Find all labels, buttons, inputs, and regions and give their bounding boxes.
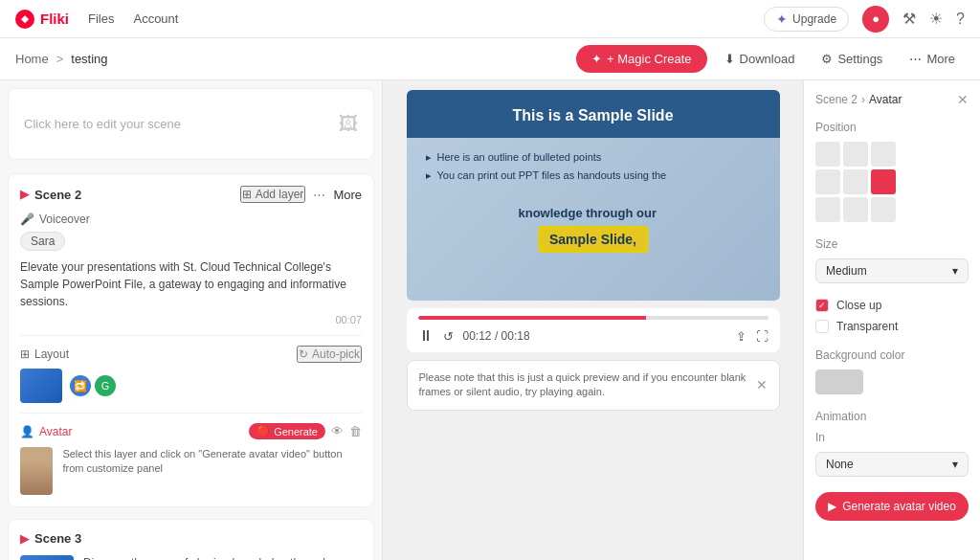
generate-avatar-small-button[interactable]: 🔴 Generate [249,423,325,439]
right-breadcrumb-avatar: Avatar [869,93,902,106]
nav-files[interactable]: Files [88,11,114,26]
avatar-eye-icon[interactable]: 👁 [331,424,344,438]
voiceover-label-row: 🎤 Voiceover [20,213,362,226]
size-dropdown[interactable]: Medium ▾ [815,258,969,283]
chevron-down-icon: ▾ [952,264,958,278]
help-icon[interactable]: ? [956,11,965,28]
gen-avatar-icon: ▶ [828,500,836,513]
app-logo[interactable]: ◆ Fliki [15,10,69,29]
scene2-more-label: More [333,188,362,202]
download-button[interactable]: ⬇ Download [715,46,805,72]
generate-avatar-button[interactable]: ▶ Generate avatar video [815,492,969,521]
slide-overlay-top: knowledge through our [519,206,657,220]
animation-in-dropdown[interactable]: None ▾ [815,452,969,477]
slide-header: This is a Sample Slide [407,90,780,138]
closeup-checkbox[interactable]: ✓ [815,299,829,312]
position-grid [815,142,969,222]
animation-in-value: None [826,458,854,471]
add-layer-button[interactable]: ⊞ Add layer [240,186,306,203]
close-right-panel-button[interactable]: ✕ [957,92,969,107]
edit-scene-box[interactable]: Click here to edit your scene 🖼 [8,88,374,160]
logo-icon: ◆ [15,10,34,29]
tools-icon[interactable]: ⚒ [902,10,916,28]
pos-cell-7[interactable] [843,197,868,222]
replay-button[interactable]: ↺ [443,329,454,344]
animation-in-label: In [815,431,969,444]
slide-preview: This is a Sample Slide Here is an outlin… [407,90,780,301]
avatar-img-placeholder [20,447,53,495]
avatar-header: 👤 Avatar 🔴 Generate 👁 🗑 [20,423,362,439]
controls-row: ⏸ ↺ 00:12 / 00:18 ⇪ ⛶ [418,327,768,345]
right-panel: Scene 2 › Avatar ✕ Position Size [803,80,980,560]
right-breadcrumb-scene: Scene 2 [815,93,858,106]
bg-color-swatch[interactable] [815,370,863,394]
overlay-text1: knowledge through our [519,206,657,220]
settings-button[interactable]: ⚙ Settings [812,46,892,72]
avatar-trash-icon[interactable]: 🗑 [349,424,362,438]
pos-cell-1[interactable] [843,142,868,167]
transparent-checkbox[interactable] [815,320,829,333]
notification-text: Please note that this is just a quick pr… [419,370,748,400]
more-button[interactable]: ⋯ More [900,46,965,72]
slide-body: Here is an outline of bulleted points Yo… [407,138,780,201]
left-panel: Click here to edit your scene 🖼 ▶ Scene … [0,80,383,560]
size-section: Size Medium ▾ [815,237,969,283]
transparent-label: Transparent [836,320,898,333]
scene2-more-button[interactable]: ⋯ [313,188,325,202]
pos-cell-2[interactable] [871,142,896,167]
upgrade-label: Upgrade [792,12,836,26]
pause-button[interactable]: ⏸ [418,327,434,345]
animation-section: Animation In None ▾ [815,410,969,477]
scene3-play-icon: ▶ [20,532,29,546]
layout-section: ⊞ Layout ↻ Auto-pick 🔁 [20,335,362,403]
share-icon[interactable]: ⇪ [736,329,746,344]
breadcrumb-home[interactable]: Home [15,52,49,66]
scene3-title-text: Scene 3 [34,531,81,546]
scene3-header: ▶ Scene 3 [20,531,362,546]
top-nav: ◆ Fliki Files Account ✦ Upgrade ● ⚒ ☀ ? [0,0,980,38]
sara-badge-text: Sara [31,235,55,248]
notification-close-button[interactable]: ✕ [756,377,768,392]
pos-cell-6[interactable] [815,197,840,222]
pos-cell-5[interactable] [871,169,896,194]
avatar-label-text: Avatar [39,425,72,438]
time-total: 00:18 [501,329,530,343]
progress-bar-fill [418,316,768,320]
magic-create-button[interactable]: ✦ + Magic Create [576,45,707,73]
layout-icon-green[interactable]: G [95,375,116,396]
gen-avatar-label: Generate avatar video [842,500,956,513]
layout-label-text: Layout [34,347,69,361]
auto-pick-label: Auto-pick [312,347,360,361]
fullscreen-icon[interactable]: ⛶ [756,329,768,344]
layout-thumb-inner [20,369,62,403]
pos-cell-8[interactable] [871,197,896,222]
breadcrumb-bar: Home > testing ✦ + Magic Create ⬇ Downlo… [0,38,980,80]
voiceover-text: Elevate your presentations with St. Clou… [20,258,362,310]
sara-voice-button[interactable]: Sara [20,232,65,251]
pos-cell-0[interactable] [815,142,840,167]
add-layer-icon: ⊞ [242,188,252,201]
brightness-icon[interactable]: ☀ [929,10,943,28]
pos-cell-3[interactable] [815,169,840,194]
ctrl-right: ⇪ ⛶ [736,329,768,344]
progress-bar-container[interactable] [418,316,768,320]
position-label: Position [815,121,969,134]
nav-account[interactable]: Account [133,11,178,26]
video-preview: This is a Sample Slide Here is an outlin… [407,90,780,301]
record-icon-button[interactable]: ● [862,6,889,33]
avatar-desc-text: Select this layer and click on "Generate… [62,447,362,477]
layout-icon-blue[interactable]: 🔁 [70,375,91,396]
settings-icon: ⚙ [821,52,833,66]
slide-overlay-text: Sample Slide, [538,226,648,253]
scene3-content: Discover the ease of sharing knowledge t… [20,555,362,560]
avatar-action-icons: 🔴 Generate 👁 🗑 [249,423,362,439]
voiceover-icon: 🎤 [20,213,34,226]
upgrade-button[interactable]: ✦ Upgrade [764,7,849,32]
breadcrumb-sep: > [56,52,64,66]
settings-label: Settings [837,52,882,66]
auto-pick-button[interactable]: ↻ Auto-pick [297,346,362,363]
pos-cell-4[interactable] [843,169,868,194]
layout-thumbnail[interactable] [20,369,62,403]
scene2-title: ▶ Scene 2 [20,188,81,202]
more-label: More [926,52,955,66]
